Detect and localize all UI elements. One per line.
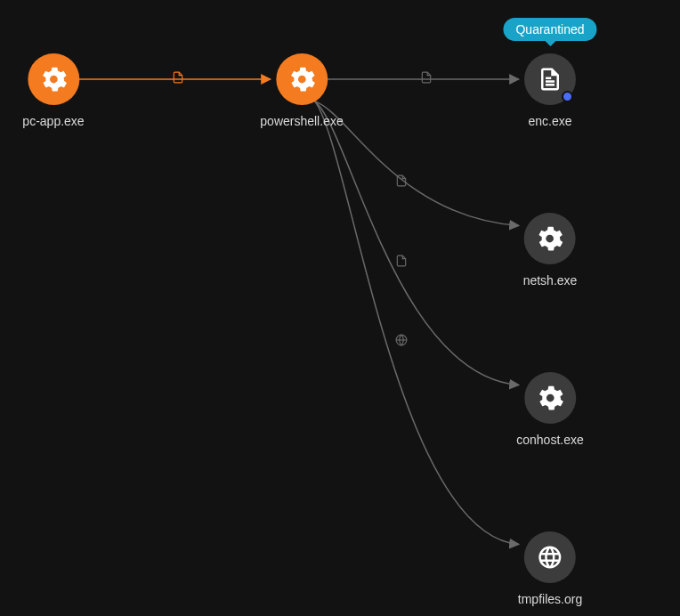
process-node-n1[interactable]: pc-app.exe: [22, 53, 84, 128]
node-label: powershell.exe: [260, 114, 343, 128]
globe-icon: [524, 531, 576, 583]
edge: [315, 101, 520, 545]
gear-icon: [524, 372, 576, 424]
edge: [315, 101, 520, 226]
edge: [315, 101, 520, 385]
process-node-n4[interactable]: netsh.exe: [523, 213, 578, 288]
document-icon: [395, 174, 408, 190]
process-node-n3[interactable]: enc.exeQuarantined: [524, 53, 576, 128]
process-node-n6[interactable]: tmpfiles.org: [518, 531, 582, 606]
process-node-n2[interactable]: powershell.exe: [260, 53, 343, 128]
node-label: pc-app.exe: [22, 114, 84, 128]
document-icon: [524, 53, 576, 105]
quarantine-badge: Quarantined: [503, 18, 596, 41]
gear-icon: [276, 53, 328, 105]
document-icon: [420, 71, 433, 87]
node-label: conhost.exe: [516, 433, 584, 447]
gear-icon: [524, 213, 576, 264]
document-icon: [172, 71, 184, 87]
process-node-n5[interactable]: conhost.exe: [516, 372, 584, 447]
node-label: tmpfiles.org: [518, 592, 582, 606]
node-label: enc.exe: [528, 114, 571, 128]
gear-icon: [28, 53, 79, 105]
status-dot: [562, 91, 573, 102]
document-icon: [395, 255, 408, 271]
node-label: netsh.exe: [523, 273, 578, 288]
globe-icon: [395, 334, 408, 350]
